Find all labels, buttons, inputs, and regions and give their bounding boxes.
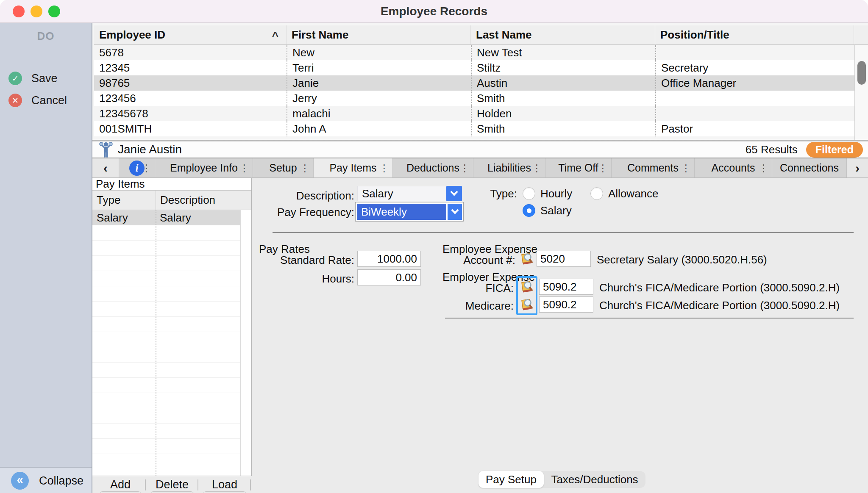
empty-row[interactable] bbox=[92, 393, 241, 408]
tab-menu-icon[interactable]: ⋮ bbox=[460, 162, 470, 174]
delete-button[interactable]: Delete bbox=[148, 477, 196, 492]
tab-connections[interactable]: Connections bbox=[772, 158, 847, 177]
standard-rate-input[interactable] bbox=[357, 251, 421, 267]
bottom-tab-switcher: Pay Setup Taxes/Deductions bbox=[479, 471, 645, 488]
empty-row[interactable] bbox=[92, 241, 241, 256]
radio-hourly-label[interactable]: Hourly bbox=[540, 187, 572, 200]
tab-menu-icon[interactable]: ⋮ bbox=[681, 162, 691, 174]
scrollbar-thumb[interactable] bbox=[857, 61, 866, 85]
pay-frequency-field[interactable]: BiWeekly bbox=[357, 204, 446, 220]
column-header-description[interactable]: Description bbox=[156, 191, 251, 210]
pay-frequency-combo[interactable]: BiWeekly bbox=[355, 202, 464, 222]
minimize-window-icon[interactable] bbox=[31, 6, 42, 17]
tab-menu-icon[interactable]: ⋮ bbox=[300, 162, 310, 174]
tab-employee-info[interactable]: Employee Info ⋮ bbox=[155, 158, 253, 177]
tab-pay-setup[interactable]: Pay Setup bbox=[479, 471, 544, 488]
tab-accounts[interactable]: Accounts ⋮ bbox=[695, 158, 772, 177]
tab-taxes-deductions[interactable]: Taxes/Deductions bbox=[544, 471, 645, 488]
cut-off-button bbox=[150, 491, 194, 493]
tab-menu-icon[interactable]: ⋮ bbox=[598, 162, 608, 174]
radio-salary-selected[interactable] bbox=[523, 204, 535, 217]
table-row[interactable]: 5678 New New Test bbox=[94, 45, 868, 60]
close-window-icon[interactable] bbox=[13, 6, 25, 17]
hours-input[interactable] bbox=[357, 269, 421, 285]
column-header-employee-id[interactable]: Employee ID ^ bbox=[94, 25, 287, 44]
chevron-left-icon: ‹ bbox=[103, 161, 108, 175]
empty-row[interactable] bbox=[92, 424, 241, 439]
empty-row[interactable] bbox=[92, 286, 241, 302]
tab-menu-icon[interactable]: ⋮ bbox=[759, 162, 768, 174]
load-button[interactable]: Load bbox=[201, 477, 248, 492]
pay-item-row-selected[interactable]: Salary Salary bbox=[92, 210, 241, 225]
tab-pay-items[interactable]: Pay Items ⋮ bbox=[314, 158, 393, 177]
save-button[interactable]: ✓ Save bbox=[8, 71, 58, 86]
column-header-last-name[interactable]: Last Name bbox=[471, 25, 655, 44]
column-header-type[interactable]: Type bbox=[92, 191, 156, 210]
radio-salary-label[interactable]: Salary bbox=[540, 204, 572, 217]
empty-row[interactable] bbox=[92, 317, 241, 332]
collapse-bar[interactable]: « Collapse bbox=[0, 467, 92, 493]
tab-time-off[interactable]: Time Off ⋮ bbox=[545, 158, 612, 177]
fica-lookup-icon[interactable] bbox=[520, 280, 534, 294]
sort-ascending-icon: ^ bbox=[272, 27, 278, 44]
column-divider bbox=[156, 210, 156, 476]
window-title: Employee Records bbox=[0, 0, 868, 23]
table-row[interactable]: 123456 Jerry Smith bbox=[94, 91, 868, 106]
tab-menu-icon[interactable]: ⋮ bbox=[379, 162, 389, 174]
empty-row[interactable] bbox=[92, 225, 241, 241]
empty-row[interactable] bbox=[92, 378, 241, 393]
tab-setup[interactable]: Setup ⋮ bbox=[253, 158, 314, 177]
empty-row[interactable] bbox=[92, 439, 241, 454]
filtered-badge[interactable]: Filtered bbox=[806, 142, 863, 158]
column-header-position[interactable]: Position/Title bbox=[655, 25, 854, 44]
account-number-input[interactable] bbox=[537, 251, 591, 267]
medicare-lookup-icon[interactable] bbox=[520, 297, 534, 312]
empty-row[interactable] bbox=[92, 332, 241, 347]
empty-row[interactable] bbox=[92, 271, 241, 286]
radio-allowance[interactable] bbox=[590, 187, 603, 200]
detail-tab-bar: ‹ i ⋮ Employee Info ⋮ Setup ⋮ Pay Items … bbox=[92, 158, 868, 178]
pay-frequency-label: Pay Frequency: bbox=[241, 204, 354, 220]
account-lookup-icon[interactable] bbox=[520, 252, 534, 266]
medicare-account-input[interactable] bbox=[539, 296, 593, 313]
pay-items-scrollbar[interactable] bbox=[240, 210, 251, 476]
tab-menu-icon[interactable]: ⋮ bbox=[142, 162, 151, 174]
chevron-down-icon bbox=[451, 206, 459, 214]
type-label: Type: bbox=[440, 187, 517, 200]
tab-menu-icon[interactable]: ⋮ bbox=[239, 162, 249, 174]
empty-row[interactable] bbox=[92, 347, 241, 363]
table-row[interactable]: 12345678 malachi Holden bbox=[94, 106, 868, 121]
cancel-x-icon: ✕ bbox=[8, 94, 22, 107]
table-row[interactable]: 001SMITH John A Smith Pastor bbox=[94, 121, 868, 136]
pay-frequency-dropdown-button[interactable] bbox=[448, 204, 462, 220]
tab-scroll-back-button[interactable]: ‹ bbox=[92, 158, 119, 177]
empty-row[interactable] bbox=[92, 302, 241, 317]
cancel-label: Cancel bbox=[31, 94, 67, 107]
table-scrollbar[interactable] bbox=[854, 45, 868, 140]
fica-account-input[interactable] bbox=[539, 279, 593, 295]
tab-deductions[interactable]: Deductions ⋮ bbox=[393, 158, 473, 177]
radio-hourly[interactable] bbox=[523, 187, 535, 200]
cancel-button[interactable]: ✕ Cancel bbox=[8, 93, 67, 108]
add-button[interactable]: Add bbox=[97, 477, 143, 492]
pay-items-column-headers: Type Description bbox=[92, 191, 251, 210]
empty-row[interactable] bbox=[92, 256, 241, 271]
tab-comments[interactable]: Comments ⋮ bbox=[612, 158, 695, 177]
table-row-selected[interactable]: 98765 Janie Austin Office Manager bbox=[94, 75, 868, 91]
description-field[interactable]: Salary bbox=[357, 186, 446, 201]
column-header-first-name[interactable]: First Name bbox=[287, 25, 471, 44]
empty-row[interactable] bbox=[92, 363, 241, 378]
tab-liabilities[interactable]: Liabilities ⋮ bbox=[473, 158, 545, 177]
tab-scroll-forward-button[interactable]: › bbox=[847, 158, 868, 177]
collapse-label: Collapse bbox=[39, 468, 83, 493]
empty-row[interactable] bbox=[92, 469, 241, 476]
tab-info[interactable]: i ⋮ bbox=[119, 158, 155, 177]
table-row[interactable]: 12345 Terri Stiltz Secretary bbox=[94, 60, 868, 75]
empty-row[interactable] bbox=[92, 408, 241, 424]
cut-off-button bbox=[203, 491, 247, 493]
radio-allowance-label[interactable]: Allowance bbox=[608, 187, 659, 200]
zoom-window-icon[interactable] bbox=[48, 6, 60, 17]
empty-row[interactable] bbox=[92, 454, 241, 469]
tab-menu-icon[interactable]: ⋮ bbox=[532, 162, 542, 174]
title-bar: Employee Records bbox=[0, 0, 868, 23]
